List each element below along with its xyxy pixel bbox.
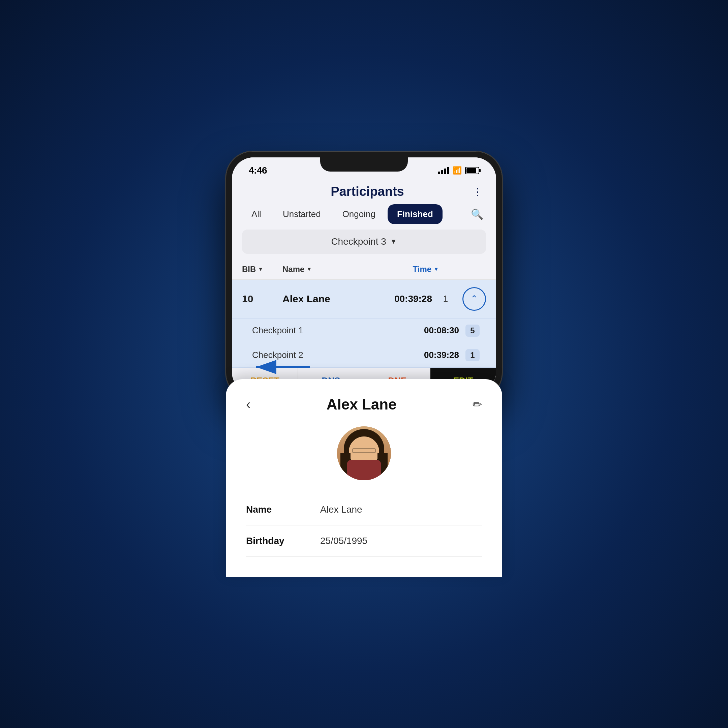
name-field-row: Name Alex Lane (246, 494, 482, 525)
row-bib: 10 (242, 293, 283, 305)
phone-notch (320, 158, 408, 171)
checkpoint-1-time: 00:08:30 (392, 325, 459, 336)
filter-tabs: All Unstarted Ongoing Finished 🔍 (232, 204, 496, 229)
checkpoint-1-rank: 5 (459, 324, 486, 337)
chevron-down-icon: ▼ (390, 238, 397, 245)
edit-icon[interactable]: ✏ (473, 398, 482, 411)
card-header: ‹ Alex Lane ✏ (246, 396, 482, 413)
avatar-container (246, 426, 482, 480)
checkpoint-selector[interactable]: Checkpoint 3 ▼ (242, 229, 486, 254)
search-icon[interactable]: 🔍 (468, 206, 486, 223)
participant-row[interactable]: 10 Alex Lane 00:39:28 1 ⌃ (232, 280, 496, 318)
checkpoint-1-row: Checkpoint 1 00:08:30 5 (232, 318, 496, 343)
checkpoint-label: Checkpoint 3 (331, 236, 386, 247)
more-menu-icon[interactable]: ⋮ (473, 186, 483, 197)
time-sort-icon[interactable]: ▼ (433, 266, 439, 272)
page-title: Participants (262, 184, 473, 199)
signal-icon (438, 167, 449, 174)
row-time: 00:39:28 (365, 294, 432, 304)
col-header-name: Name ▼ (283, 265, 372, 274)
tab-finished[interactable]: Finished (388, 204, 442, 224)
tab-unstarted[interactable]: Unstarted (273, 204, 330, 224)
status-icons: 📶 (438, 166, 479, 175)
name-sort-icon[interactable]: ▼ (306, 266, 312, 272)
expand-button[interactable]: ⌃ (462, 287, 486, 311)
back-button[interactable]: ‹ (246, 397, 251, 412)
tab-ongoing[interactable]: Ongoing (333, 204, 385, 224)
checkpoint-1-name: Checkpoint 1 (252, 325, 392, 336)
table-header: BIB ▼ Name ▼ Time ▼ (232, 259, 496, 280)
detail-card: ‹ Alex Lane ✏ (226, 379, 502, 577)
birthday-value: 25/05/1995 (320, 535, 367, 546)
arrow-annotation (253, 357, 314, 378)
avatar (337, 426, 391, 480)
battery-icon (465, 167, 479, 174)
status-time: 4:46 (249, 165, 267, 176)
checkpoint-2-time: 00:39:28 (392, 350, 459, 360)
app-header: Participants ⋮ (232, 177, 496, 204)
row-rank: 1 (432, 294, 459, 304)
birthday-field-row: Birthday 25/05/1995 (246, 525, 482, 557)
col-header-time: Time ▼ (372, 265, 439, 274)
checkpoint-2-rank: 1 (459, 349, 486, 361)
name-label: Name (246, 504, 320, 515)
bib-sort-icon[interactable]: ▼ (258, 266, 263, 272)
name-value: Alex Lane (320, 504, 362, 515)
row-participant-name: Alex Lane (283, 293, 365, 305)
tab-all[interactable]: All (242, 204, 271, 224)
col-header-bib: BIB ▼ (242, 265, 283, 274)
birthday-label: Birthday (246, 535, 320, 546)
card-title: Alex Lane (251, 396, 473, 413)
scene: 4:46 📶 Participants (213, 151, 515, 577)
wifi-icon: 📶 (453, 166, 462, 175)
